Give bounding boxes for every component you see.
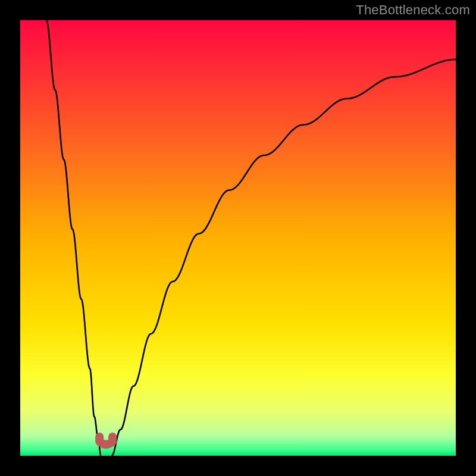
gradient-background <box>20 20 456 456</box>
outer-frame: TheBottleneck.com <box>0 0 476 476</box>
plot-svg <box>20 20 456 456</box>
watermark-text: TheBottleneck.com <box>356 2 470 18</box>
plot-area <box>20 20 456 456</box>
